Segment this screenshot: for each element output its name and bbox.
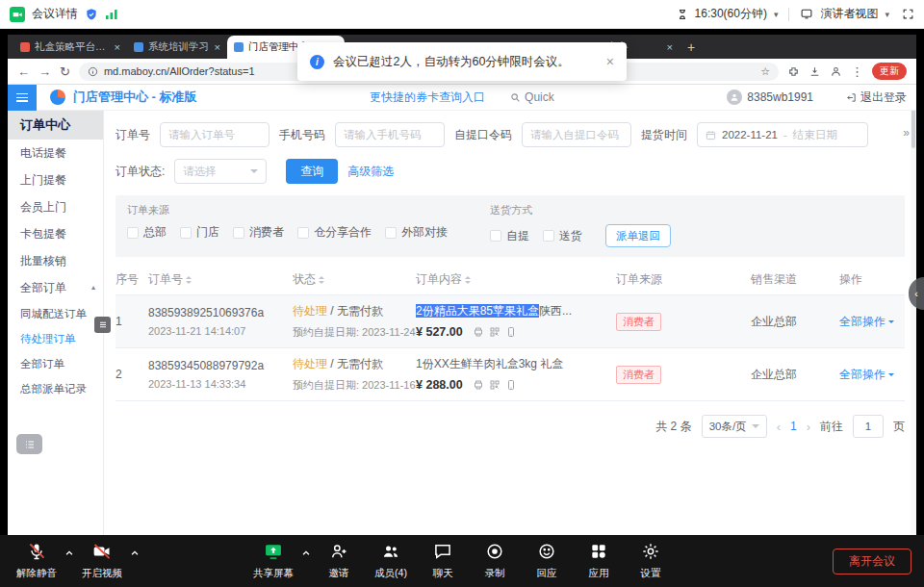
hamburger-menu-icon[interactable] [8, 85, 37, 111]
tab-close-icon[interactable]: × [667, 41, 673, 53]
date-range-picker[interactable]: 2022-11-21 - 结束日期 [697, 122, 868, 147]
network-signal-icon[interactable] [105, 9, 118, 20]
total-count: 共 2 条 [655, 419, 691, 435]
next-page-button[interactable]: › [807, 420, 810, 434]
order-no-input[interactable] [160, 122, 270, 147]
print-icon[interactable] [473, 326, 484, 340]
settings-button[interactable]: 设置 [626, 535, 676, 580]
tab-close-icon[interactable]: × [115, 41, 120, 53]
phone-input[interactable] [335, 122, 445, 147]
col-content: 订单内容 [416, 271, 462, 288]
sidebar-drag-handle[interactable] [94, 317, 111, 333]
table-row[interactable]: 2 83859345088979792a 2023-11-13 14:33:34… [116, 348, 905, 401]
filter-collapse-icon[interactable]: » [903, 126, 910, 140]
video-options-chevron[interactable] [129, 535, 141, 561]
sidebar-item-hq-dispatch-records[interactable]: 总部派单记录 [8, 376, 103, 401]
start-video-button[interactable]: 开启视频 [77, 535, 127, 580]
print-icon[interactable] [473, 379, 484, 393]
members-button[interactable]: 成员(4) [366, 535, 416, 580]
apps-button[interactable]: 应用 [574, 535, 624, 580]
qrcode-icon[interactable] [489, 379, 500, 393]
share-screen-button[interactable]: 共享屏幕 [248, 535, 298, 580]
sidebar-item-phone-pickup[interactable]: 电话提餐 [8, 140, 103, 166]
sidebar-item-all-orders[interactable]: 全部订单 [8, 351, 103, 376]
security-shield-icon[interactable] [85, 8, 98, 21]
reload-icon[interactable]: ↻ [60, 64, 70, 79]
sort-icon[interactable] [186, 273, 192, 287]
pickup-code-label: 自提口令码 [454, 127, 512, 143]
browser-tab[interactable]: 系统培训学习 × [127, 36, 227, 59]
fullscreen-icon[interactable] [902, 8, 914, 20]
download-icon[interactable] [808, 65, 821, 78]
leave-meeting-button[interactable]: 离开会议 [833, 549, 911, 574]
new-tab-button[interactable]: + [687, 39, 695, 55]
calendar-icon [706, 130, 716, 140]
page-info-icon[interactable] [88, 66, 98, 77]
forward-icon[interactable]: → [38, 64, 51, 79]
toast-close-icon[interactable]: × [606, 54, 614, 69]
back-icon[interactable]: ← [17, 64, 30, 79]
browser-tab[interactable]: 礼盒策略平台管理中心 × [13, 36, 127, 59]
tab-close-icon[interactable]: × [215, 41, 220, 53]
browser-menu-icon[interactable]: ⋮ [851, 64, 863, 79]
checkbox-source-consumer[interactable]: 消费者 [233, 224, 284, 241]
page-scrollbar[interactable] [911, 85, 916, 535]
dispatch-return-button[interactable]: 派单退回 [605, 224, 671, 247]
screen-share-icon [264, 542, 283, 564]
sidebar-item-city-delivery-orders[interactable]: 同城配送订单 [8, 301, 103, 326]
pickup-code-input[interactable] [522, 122, 631, 147]
table-row[interactable]: 1 83859389251069376a 2023-11-21 14:14:07… [116, 295, 905, 348]
prev-page-button[interactable]: ‹ [777, 420, 781, 434]
sidebar-item-batch-verify[interactable]: 批量核销 [8, 247, 103, 274]
unmute-button[interactable]: 解除静音 [12, 535, 62, 580]
chat-button[interactable]: 聊天 [418, 535, 468, 580]
extensions-icon[interactable] [787, 65, 800, 78]
mic-options-chevron[interactable] [64, 535, 75, 561]
coupon-query-link[interactable]: 更快捷的券卡查询入口 [370, 89, 485, 106]
sidebar-group-all-orders[interactable]: 全部订单 ▴ [8, 274, 103, 301]
share-options-chevron[interactable] [300, 535, 312, 561]
row-actions-dropdown[interactable]: 全部操作 [839, 314, 905, 330]
qrcode-icon[interactable] [489, 326, 500, 340]
quick-search[interactable]: Quick [510, 90, 554, 104]
profile-icon[interactable] [830, 65, 842, 78]
checkbox-source-hq[interactable]: 总部 [127, 224, 167, 241]
bookmark-star-icon[interactable]: ☆ [760, 65, 770, 78]
checkbox-source-store[interactable]: 门店 [180, 224, 219, 241]
invite-icon [329, 542, 348, 564]
sidebar-menu-button[interactable] [16, 434, 42, 454]
invite-button[interactable]: 邀请 [314, 535, 364, 580]
user-account[interactable]: 8385wb1991 [727, 89, 813, 105]
sidebar-item-door-pickup[interactable]: 上门提餐 [8, 166, 103, 193]
date-end-placeholder: 结束日期 [793, 128, 837, 142]
row-actions-dropdown[interactable]: 全部操作 [839, 367, 905, 383]
meeting-details-label[interactable]: 会议详情 [32, 6, 78, 22]
phone-icon[interactable] [505, 379, 517, 393]
browser-window: 礼盒策略平台管理中心 × 系统培训学习 × 门店管理中心 × × × [8, 35, 916, 535]
checkbox-self-pickup[interactable]: 自提 [490, 228, 529, 244]
sidebar-item-member-visit[interactable]: 会员上门 [8, 193, 103, 220]
sidebar-item-pending-orders[interactable]: 待处理订单 [8, 326, 103, 351]
checkbox-delivery[interactable]: 送货 [543, 228, 582, 244]
goto-page-input[interactable] [853, 415, 884, 438]
page-size-select[interactable]: 30条/页 [702, 415, 767, 438]
current-page[interactable]: 1 [790, 420, 797, 433]
checkbox-source-warehouse-coop[interactable]: 仓分享合作 [297, 224, 372, 241]
reaction-button[interactable]: 回应 [522, 535, 572, 580]
phone-icon[interactable] [505, 326, 517, 340]
filter-panel: 订单来源 总部 门店 消费者 仓分享合作 外部对接 送货方式 自提 [116, 195, 905, 257]
view-mode-caret-icon[interactable]: ▾ [885, 10, 889, 19]
sort-icon[interactable] [319, 273, 324, 287]
search-button[interactable]: 查询 [286, 159, 338, 184]
timer-caret-icon[interactable]: ▾ [774, 10, 779, 19]
checkbox-source-external[interactable]: 外部对接 [385, 224, 448, 241]
order-status-select[interactable]: 请选择 [174, 159, 267, 184]
browser-update-chip[interactable]: 更新 [872, 63, 907, 80]
sidebar-item-card-pickup[interactable]: 卡包提餐 [8, 220, 103, 247]
record-button[interactable]: 录制 [470, 535, 520, 580]
advanced-filter-link[interactable]: 高级筛选 [347, 164, 394, 180]
col-channel: 销售渠道 [751, 271, 797, 288]
logout-button[interactable]: 退出登录 [846, 89, 907, 106]
sort-icon[interactable] [465, 273, 471, 287]
date-separator: - [783, 129, 787, 140]
